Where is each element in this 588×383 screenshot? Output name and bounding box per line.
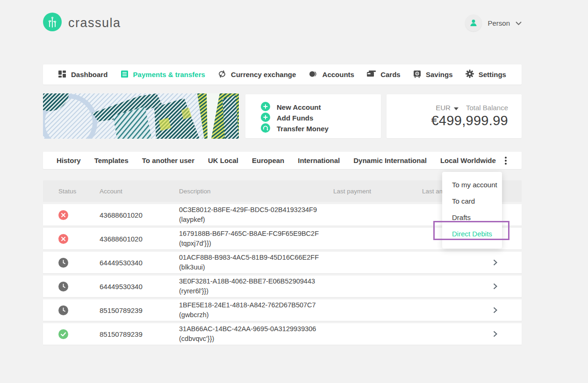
col-description: Description <box>179 188 333 195</box>
account-number: 85150789239 <box>100 330 179 338</box>
account-number: 43688601020 <box>100 235 179 243</box>
tab-label: Accounts <box>323 71 354 78</box>
description-cell: 3E0F3281-A18B-4062-BBE7-E06B52909443 (ry… <box>179 277 333 296</box>
action-label: New Account <box>277 103 321 111</box>
transfers-subnav: History Templates To another user UK Loc… <box>43 152 522 169</box>
tab-currency-exchange[interactable]: Currency exchange <box>218 70 296 79</box>
tab-label: Settings <box>479 71 506 78</box>
crassula-logo-icon <box>43 13 62 33</box>
tab-settings[interactable]: Settings <box>466 70 506 79</box>
status-pending-icon <box>58 282 68 291</box>
subnav-european[interactable]: European <box>252 156 284 164</box>
more-options-button[interactable] <box>501 155 510 167</box>
table-row[interactable]: 85150789239 31AB66AC-14BC-42AA-9695-0A31… <box>43 323 522 345</box>
status-success-icon <box>58 329 68 339</box>
description-line1: 1BFE5E18-24E1-4818-A842-762D67B507C7 <box>179 300 333 310</box>
user-menu[interactable]: Person <box>465 14 522 31</box>
row-chevron-right-icon[interactable] <box>492 283 522 290</box>
description-line2: (laypkef) <box>179 215 333 225</box>
tab-accounts[interactable]: Accounts <box>309 70 354 79</box>
new-account-button[interactable]: New Account <box>261 102 381 113</box>
table-row[interactable]: 64449530340 01ACF8B8-B983-4AC5-81B9-45D1… <box>43 252 522 273</box>
description-line1: 3E0F3281-A18B-4062-BBE7-E06B52909443 <box>179 277 333 286</box>
status-pending-icon <box>58 305 68 315</box>
transfer-money-button[interactable]: Transfer Money <box>261 123 381 134</box>
action-label: Transfer Money <box>277 125 329 133</box>
more-options-menu: To my account To card Drafts Direct Debi… <box>442 172 502 248</box>
user-avatar-icon <box>465 14 482 31</box>
add-funds-button[interactable]: Add Funds <box>261 113 381 123</box>
account-number: 64449530340 <box>100 259 179 267</box>
tab-label: Dashboard <box>71 71 108 78</box>
brand-logo[interactable]: crassula <box>43 13 121 33</box>
col-account: Account <box>100 188 179 195</box>
currency-dropdown[interactable]: EUR <box>436 104 459 112</box>
action-label: Add Funds <box>277 114 313 122</box>
tab-dashboard[interactable]: Dashboard <box>58 70 108 79</box>
subnav-templates[interactable]: Templates <box>94 156 129 164</box>
tab-savings[interactable]: Savings <box>413 70 453 79</box>
description-line2: (tqpxj7d'}}) <box>179 239 333 248</box>
description-line1: 31AB66AC-14BC-42AA-9695-0A3129939306 <box>179 324 333 334</box>
description-line2: (gwbcrzh) <box>179 310 333 320</box>
status-failed-icon <box>58 210 68 220</box>
row-chevron-right-icon[interactable] <box>492 259 522 266</box>
menu-item-to-my-account[interactable]: To my account <box>442 177 502 193</box>
kebab-menu-icon <box>505 156 507 165</box>
menu-item-drafts[interactable]: Drafts <box>442 209 502 226</box>
status-failed-icon <box>58 234 68 244</box>
menu-item-to-card[interactable]: To card <box>442 193 502 209</box>
subnav-dynamic-international[interactable]: Dynamic International <box>353 156 427 164</box>
description-line2: (blk3uui) <box>179 262 333 272</box>
credit-card-icon <box>367 70 376 79</box>
total-balance-label: Total Balance <box>466 104 508 112</box>
subnav-history[interactable]: History <box>57 156 81 164</box>
banknote-image <box>43 93 239 139</box>
safe-vault-icon <box>413 70 421 79</box>
plus-circle-icon <box>261 113 270 123</box>
user-name: Person <box>488 19 510 27</box>
subnav-international[interactable]: International <box>298 156 340 164</box>
total-balance-amount: €499,999.99 <box>387 113 508 128</box>
row-chevron-right-icon[interactable] <box>492 331 522 337</box>
description-line1: 0C3E8012-B8FE-429F-BDC5-02B4193234F9 <box>179 205 333 215</box>
subnav-to-another-user[interactable]: To another user <box>142 156 194 164</box>
exchange-arrows-icon <box>218 70 226 79</box>
total-balance-card: EUR Total Balance €499,999.99 <box>387 94 522 138</box>
description-line2: (cdbvqvc'}}) <box>179 334 333 344</box>
app-header: crassula Person <box>43 11 522 35</box>
col-last-payment: Last payment <box>333 188 422 195</box>
caret-down-icon <box>454 104 459 112</box>
tab-payments-transfers[interactable]: Payments & transfers <box>121 70 205 79</box>
description-line1: 1679188B-B6F7-465C-B8AE-FC9F65E9BC2F <box>179 229 333 239</box>
subnav-local-worldwide[interactable]: Local Worldwide <box>440 156 496 164</box>
tab-cards[interactable]: Cards <box>367 70 401 79</box>
description-line1: 01ACF8B8-B983-4AC5-81B9-45D16C66E2FF <box>179 253 333 262</box>
account-number: 64449530340 <box>100 283 179 291</box>
transfer-circle-icon <box>261 123 270 134</box>
subnav-uk-local[interactable]: UK Local <box>208 156 238 164</box>
tab-label: Payments & transfers <box>133 71 205 78</box>
accounts-coins-icon <box>309 70 318 79</box>
gear-icon <box>466 70 474 79</box>
dashboard-grid-icon <box>58 70 66 79</box>
account-number: 43688601020 <box>100 211 179 219</box>
payments-list-icon <box>121 70 129 79</box>
row-chevron-right-icon[interactable] <box>492 307 522 313</box>
status-pending-icon <box>58 258 68 268</box>
menu-item-direct-debits[interactable]: Direct Debits <box>442 226 502 242</box>
description-cell: 01ACF8B8-B983-4AC5-81B9-45D16C66E2FF (bl… <box>179 253 333 272</box>
plus-circle-icon <box>261 102 270 113</box>
table-row[interactable]: 85150789239 1BFE5E18-24E1-4818-A842-762D… <box>43 299 522 321</box>
table-row[interactable]: 64449530340 3E0F3281-A18B-4062-BBE7-E06B… <box>43 276 522 297</box>
tab-label: Savings <box>426 71 453 78</box>
main-navigation: Dashboard Payments & transfers Currency … <box>43 64 522 85</box>
description-cell: 1BFE5E18-24E1-4818-A842-762D67B507C7 (gw… <box>179 300 333 320</box>
description-cell: 31AB66AC-14BC-42AA-9695-0A3129939306 (cd… <box>179 324 333 344</box>
tab-label: Cards <box>380 71 401 78</box>
account-number: 85150789239 <box>100 306 179 314</box>
chevron-down-icon <box>516 19 522 27</box>
quick-actions-panel: New Account Add Funds Transfer Money <box>245 94 381 138</box>
currency-code: EUR <box>436 104 451 112</box>
description-cell: 1679188B-B6F7-465C-B8AE-FC9F65E9BC2F (tq… <box>179 229 333 248</box>
